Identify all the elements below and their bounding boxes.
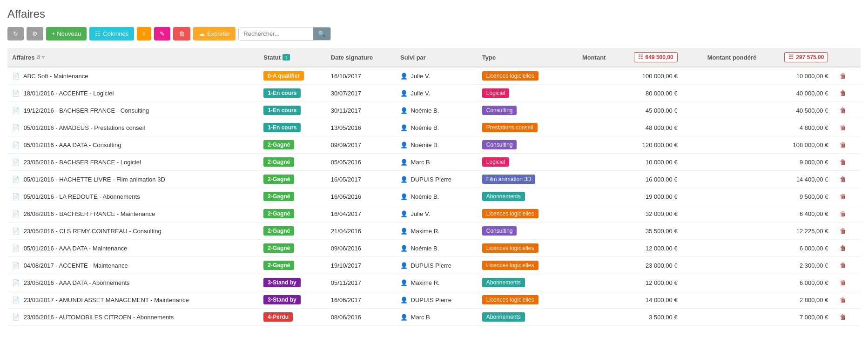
row-delete-button[interactable]: 🗑 [837,123,848,132]
briefcase-icon: 📄 [12,142,20,148]
cell-montant-empty [566,85,610,102]
search-box: 🔍 [238,27,331,40]
cell-suivi: 👤 Julie V. [396,85,478,102]
cell-montant-pondere-empty [682,171,761,188]
cell-type: Consulting [478,222,566,240]
row-delete-button[interactable]: 🗑 [837,71,848,81]
row-delete-button[interactable]: 🗑 [837,175,848,184]
type-badge: Logiciel [482,88,510,98]
table-row: 📄 23/05/2016 - AUTOMOBILES CITROEN - Abo… [7,309,861,326]
row-delete-button[interactable]: 🗑 [837,192,848,201]
affaire-name: 05/01/2016 - AAA DATA - Consulting [24,142,121,148]
cell-montant-pondere: 2 300,00 € [761,257,833,274]
type-badge: Film animation 3D [482,175,536,184]
new-button[interactable]: + Nouveau [46,27,87,40]
person-icon: 👤 [400,279,408,286]
type-badge: Licences logicielles [482,71,538,81]
table-row: 📄 05/01/2016 - AAA DATA - Consulting 2-G… [7,136,861,154]
row-delete-button[interactable]: 🗑 [837,209,848,218]
cell-affaire: 📄 05/01/2016 - AAA DATA - Maintenance [7,240,259,257]
cell-montant: 10 000,00 € [610,154,682,171]
montant-total-value: 649 500,00 [646,54,673,61]
status-badge: 1-En cours [263,106,301,115]
toolbar: ↻ ⚙ + Nouveau ☷ Colonnes ▿ ✎ 🗑 ☁ Exporte… [7,27,861,40]
row-delete-button[interactable]: 🗑 [837,226,848,236]
cell-montant-pondere-empty [682,154,761,171]
statut-sort-icon[interactable]: ↕ [283,54,290,61]
row-delete-button[interactable]: 🗑 [837,312,848,322]
cell-type: Licences logicielles [478,205,566,222]
type-badge: Abonnements [482,192,525,201]
row-delete-button[interactable]: 🗑 [837,140,848,149]
cell-affaire: 📄 23/05/2016 - BACHSER FRANCE - Logiciel [7,154,259,171]
briefcase-icon: 📄 [12,210,20,217]
type-badge: Licences logicielles [482,243,538,253]
cell-statut: 1-En cours [259,102,326,119]
col-montant-pondere: Montant pondéré [682,48,761,67]
cell-montant: 35 500,00 € [610,222,682,240]
cell-montant-empty [566,240,610,257]
search-button[interactable]: 🔍 [313,27,330,40]
row-delete-button[interactable]: 🗑 [837,157,848,167]
search-input[interactable] [239,27,313,40]
row-delete-button[interactable]: 🗑 [837,278,848,287]
cell-montant-empty [566,222,610,240]
cell-suivi: 👤 Julie V. [396,67,478,85]
cell-affaire: 📄 19/12/2016 - BACHSER FRANCE - Consulti… [7,102,259,119]
sort-icon[interactable]: ⇵ ▿ [36,54,45,61]
table-row: 📄 05/01/2016 - AMADEUS - Prestations con… [7,119,861,136]
search-icon: 🔍 [318,30,326,37]
cell-statut: 2-Gagné [259,188,326,205]
affaire-name: ABC Soft - Maintenance [23,73,88,80]
suivi-name: Noémie B. [411,245,439,252]
settings-button[interactable]: ⚙ [27,27,43,40]
columns-button[interactable]: ☷ Colonnes [89,27,134,40]
row-delete-button[interactable]: 🗑 [837,243,848,253]
person-icon: 👤 [400,262,408,269]
type-badge: Abonnements [482,278,525,287]
calc-icon: ☷ [638,54,643,61]
cell-affaire: 📄 26/08/2016 - BACHSER FRANCE - Maintena… [7,205,259,222]
cell-montant-empty [566,171,610,188]
cell-suivi: 👤 Noémie B. [396,136,478,154]
status-badge: 2-Gagné [263,261,294,270]
cell-affaire: 📄 23/05/2016 - AUTOMOBILES CITROEN - Abo… [7,309,259,326]
table-row: 📄 04/08/2017 - ACCENTE - Maintenance 2-G… [7,257,861,274]
suivi-name: DUPUIS Pierre [411,176,451,183]
cell-date: 21/04/2016 [326,222,396,240]
row-delete-button[interactable]: 🗑 [837,106,848,115]
briefcase-icon: 📄 [12,176,20,183]
cell-montant-empty [566,136,610,154]
row-delete-button[interactable]: 🗑 [837,261,848,270]
table-row: 📄 18/01/2016 - ACCENTE - Logiciel 1-En c… [7,85,861,102]
row-delete-button[interactable]: 🗑 [837,88,848,98]
briefcase-icon: 📄 [12,107,20,114]
cell-type: Prestations conseil [478,119,566,136]
cell-montant-pondere: 6 000,00 € [761,240,833,257]
suivi-name: Maxime R. [411,279,440,286]
cell-date: 16/05/2017 [326,171,396,188]
row-delete-button[interactable]: 🗑 [837,295,848,304]
cell-montant-pondere: 7 000,00 € [761,309,833,326]
cell-date: 19/10/2017 [326,257,396,274]
export-button[interactable]: ☁ Exporter [193,27,236,40]
briefcase-icon: 📄 [12,90,20,97]
refresh-button[interactable]: ↻ [7,27,24,40]
col-actions [833,48,861,67]
cell-delete: 🗑 [833,257,861,274]
col-montant-pondere-total: ☷ 297 575,00 [761,48,833,67]
status-badge: 1-En cours [263,123,301,132]
delete-button[interactable]: 🗑 [173,27,190,40]
affaire-name: 23/05/2016 - CLS REMY COINTREAU - Consul… [24,228,161,235]
person-icon: 👤 [400,107,408,114]
edit-button[interactable]: ✎ [154,27,170,40]
cell-statut: 2-Gagné [259,257,326,274]
cell-statut: 0-A qualifier [259,67,326,85]
affaire-name: 18/01/2016 - ACCENTE - Logiciel [24,90,114,97]
filter-button[interactable]: ▿ [137,27,151,40]
status-badge: 0-A qualifier [263,71,304,81]
cell-montant-pondere-empty [682,274,761,291]
cell-date: 30/11/2017 [326,102,396,119]
cell-affaire: 📄 05/01/2016 - LA REDOUTE - Abonnements [7,188,259,205]
briefcase-icon: 📄 [12,262,20,269]
